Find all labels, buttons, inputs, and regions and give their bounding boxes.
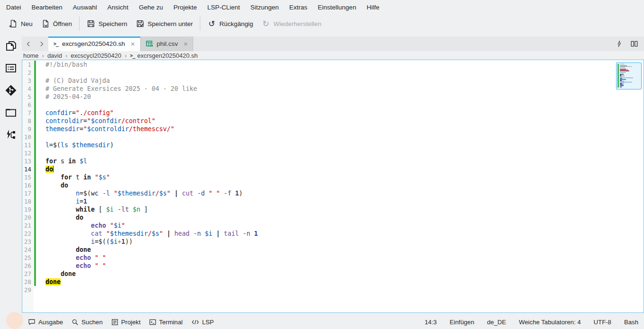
tab-settings[interactable]: Weiche Tabulatoren: 4 (519, 319, 581, 326)
code-line[interactable]: echo " " (22, 254, 614, 262)
panel-toggle-terminal[interactable]: Terminal (145, 315, 187, 329)
code-line[interactable]: controldir="$confdir/control" (22, 117, 614, 125)
code-line[interactable]: # (C) David Vajda (22, 77, 614, 85)
menu-item-sitzungen[interactable]: Sitzungen (245, 0, 284, 14)
code-line[interactable]: echo "$i" (22, 222, 614, 230)
close-tab-button[interactable]: × (184, 40, 188, 47)
menu-item-projekte[interactable]: Projekte (168, 0, 202, 14)
lightning-button[interactable] (614, 39, 624, 49)
r-ckg-ngig-button[interactable]: ↺Rückgängig (203, 18, 257, 30)
code-line[interactable]: do (22, 181, 614, 189)
breadcrumb-file-label: excrsgen20250420.sh (137, 52, 198, 59)
close-tab-button[interactable]: × (131, 40, 135, 47)
chevron-left-nav-button[interactable] (22, 36, 35, 51)
chevron-right-nav-button[interactable] (35, 36, 48, 51)
spreadsheet-icon (146, 40, 153, 47)
speichern-button[interactable]: Speichern (82, 18, 132, 30)
code-line[interactable]: echo " " (22, 262, 614, 270)
code-line[interactable] (22, 101, 614, 109)
encoding[interactable]: UTF-8 (594, 319, 611, 326)
toolbar-group: NeuÖffnen (2, 17, 79, 31)
panel-toggle-suchen[interactable]: Suchen (67, 315, 107, 329)
code-line[interactable]: i=$(($i+1)) (22, 238, 614, 246)
code-line[interactable]: done (22, 246, 614, 254)
split-view-button[interactable] (629, 39, 639, 49)
code-line[interactable]: while [ $i -lt $n ] (22, 205, 614, 213)
menu-item-datei[interactable]: Datei (1, 0, 27, 14)
search-icon (72, 319, 79, 326)
menu-item-bearbeiten[interactable]: Bearbeiten (27, 0, 68, 14)
breadcrumb-segment-excscycl20250420[interactable]: excscycl20250420 (71, 52, 121, 59)
message-icon (28, 318, 36, 326)
git-icon (5, 84, 17, 97)
sidebar-button-folder[interactable] (4, 107, 18, 119)
code-line[interactable]: do (22, 165, 614, 173)
menu-item-gehe-zu[interactable]: Gehe zu (134, 0, 168, 14)
code-line[interactable]: do (22, 213, 614, 222)
code-line[interactable]: done (22, 278, 614, 286)
code-line[interactable]: themesdir="$controldir/themescsv/" (22, 125, 614, 133)
editor-view[interactable]: 1234567891011121314151617181920212223242… (22, 60, 644, 313)
code-line[interactable] (22, 133, 614, 141)
code-line[interactable]: for t in "$s" (22, 173, 614, 181)
code-line[interactable]: i=1 (22, 197, 614, 205)
ffnen-button[interactable]: Öffnen (37, 18, 76, 30)
code-line[interactable]: confdir="./config" (22, 109, 614, 117)
code-line[interactable]: cat "$themesdir/$s" | head -n $i | tail … (22, 230, 614, 238)
panel-toggle-ausgabe[interactable]: Ausgabe (4, 315, 67, 329)
sidebar-button-git[interactable] (4, 84, 18, 97)
notification-highlight (6, 312, 23, 329)
breadcrumb-separator-icon: › (42, 52, 44, 59)
code-line[interactable]: done (22, 270, 614, 278)
breadcrumb-file[interactable]: >_excrsgen20250420.sh (130, 52, 198, 59)
sidebar-button-symbol-tree[interactable] (4, 129, 18, 141)
code-area[interactable]: #!/bin/bash# (C) David Vajda# Generate E… (22, 61, 614, 294)
terminal-script-icon: >_ (130, 53, 135, 58)
split-view-icon (630, 40, 638, 48)
tab-history-nav (22, 36, 48, 51)
kate-window: DateiBearbeitenAuswahlAnsichtGehe zuProj… (0, 0, 644, 33)
sidebar-button-documents[interactable] (4, 40, 18, 52)
cursor-position[interactable]: 14:3 (425, 319, 437, 326)
code-line[interactable] (22, 286, 614, 294)
neu-button[interactable]: Neu (5, 18, 37, 30)
code-line[interactable] (22, 149, 614, 157)
breadcrumb-segment-david[interactable]: david (47, 52, 62, 59)
code-line[interactable]: l=$(ls $themesdir) (22, 141, 614, 149)
statusbar-panels: AusgabeSuchenProjektTerminalLSP (4, 315, 218, 329)
dictionary[interactable]: de_DE (487, 319, 506, 326)
code-line[interactable]: n=$(wc -l "$themesdir/$s" | cut -d " " -… (22, 189, 614, 197)
menu-item-extras[interactable]: Extras (284, 0, 313, 14)
statusbar: AusgabeSuchenProjektTerminalLSP 14:3 Ein… (0, 315, 644, 329)
insert-mode[interactable]: Einfügen (449, 319, 474, 326)
code-line[interactable]: # 2025-04-20 (22, 93, 614, 101)
documents-icon (5, 40, 17, 52)
new-document-icon (9, 19, 18, 28)
panel-label: Projekt (121, 319, 141, 326)
button-label: Wiederherstellen (273, 20, 321, 27)
tab-excrsgen20250420-sh[interactable]: >_excrsgen20250420.sh× (48, 36, 140, 51)
document-tabs: >_excrsgen20250420.sh×phil.csv× (48, 36, 193, 51)
menu-item-einstellungen[interactable]: Einstellungen (313, 0, 361, 14)
project-icon (111, 319, 118, 326)
menu-item-hilfe[interactable]: Hilfe (361, 0, 385, 14)
code-line[interactable]: for s in $l (22, 157, 614, 165)
tab-phil-csv[interactable]: phil.csv× (140, 36, 194, 51)
scrollbar-minimap[interactable] (616, 62, 642, 89)
speichern-unter-button[interactable]: Speichern unter (132, 18, 197, 30)
code-line[interactable] (22, 69, 614, 77)
syntax-mode[interactable]: Bash (624, 319, 638, 326)
sidebar-button-list-panel[interactable] (4, 62, 18, 74)
code-line[interactable]: # Generate Exersices 2025 - 04 - 20 like (22, 85, 614, 93)
panel-toggle-lsp[interactable]: LSP (187, 315, 218, 329)
menu-item-lsp-client[interactable]: LSP-CLient (202, 0, 245, 14)
panel-toggle-projekt[interactable]: Projekt (107, 315, 145, 329)
breadcrumb-segment-home[interactable]: home (23, 52, 39, 59)
chevron-right-icon (38, 41, 45, 47)
minimap-viewport[interactable] (616, 62, 642, 89)
undo-icon: ↺ (207, 19, 216, 28)
menu-item-auswahl[interactable]: Auswahl (68, 0, 102, 14)
menu-item-ansicht[interactable]: Ansicht (102, 0, 134, 14)
wiederherstellen-button: ↻Wiederherstellen (257, 18, 325, 30)
code-line[interactable]: #!/bin/bash (22, 61, 614, 69)
